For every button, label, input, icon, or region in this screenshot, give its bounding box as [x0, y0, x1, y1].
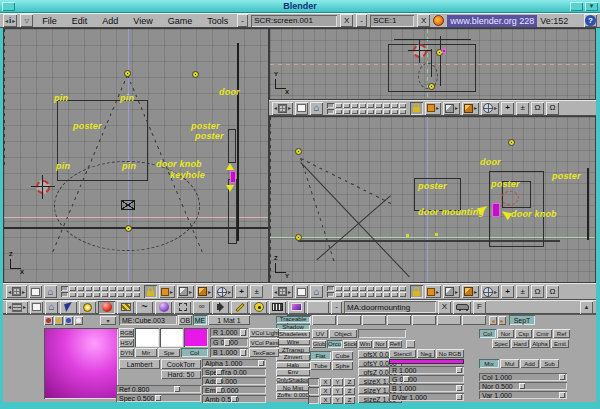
wall-diagonal-line-2[interactable] — [316, 195, 391, 260]
sphe-proj-button[interactable]: Sphe — [332, 361, 353, 370]
flag-onlyshadow[interactable]: OnlyShadow — [276, 377, 310, 384]
viewport-type-dropdown[interactable]: ◂▸ — [6, 285, 27, 298]
flag-shadeless[interactable]: Shadeless — [276, 331, 310, 338]
cube-proj-button[interactable]: Cube — [332, 351, 353, 360]
diffuse-color-swatch[interactable] — [184, 328, 208, 347]
axis-x-button[interactable]: X — [320, 387, 331, 395]
auto-name-button[interactable] — [453, 301, 471, 314]
shading-dropdown[interactable]: ▸ — [177, 285, 194, 298]
fullscreen-button[interactable] — [29, 285, 42, 298]
ob-link-button[interactable]: OB — [178, 315, 192, 325]
layer-button[interactable] — [383, 286, 390, 291]
menu-edit[interactable]: Edit — [66, 16, 94, 26]
lamp-buttons-tab[interactable] — [79, 301, 96, 314]
scene-name-field[interactable]: SCE:1 — [370, 15, 414, 27]
norgb-toggle[interactable]: No RGB — [436, 349, 464, 358]
spectra-slider[interactable]: SpecTra 0.00 — [202, 368, 266, 376]
layer-button[interactable] — [343, 286, 350, 291]
texture-color-swatch[interactable] — [389, 359, 464, 364]
3d-cursor-arc[interactable] — [501, 191, 519, 205]
layer-button[interactable] — [335, 286, 342, 291]
tex-g-slider[interactable]: G 0.000 — [389, 375, 464, 383]
layer-button[interactable] — [351, 109, 358, 114]
layer-button[interactable] — [101, 286, 108, 291]
flag-ztransp[interactable]: ZTransp — [276, 346, 310, 353]
size-button[interactable]: ± — [516, 102, 529, 115]
tex-r-slider[interactable]: R 1.000 — [389, 366, 464, 374]
door-top-line[interactable] — [440, 36, 441, 86]
lamp-empty-3[interactable] — [508, 139, 515, 146]
screen-delete-button[interactable]: X — [340, 14, 353, 27]
lamp-empty-1[interactable] — [295, 148, 302, 155]
diffuse-shader-dropdown[interactable]: Lambert — [119, 359, 160, 369]
pivot-dropdown[interactable]: ▸ — [481, 102, 499, 115]
size-button[interactable]: ± — [516, 285, 529, 298]
spec-shader-dropdown[interactable]: CookTorr — [161, 359, 201, 369]
home-button[interactable]: ⌂ — [45, 301, 58, 314]
layer-button[interactable] — [77, 292, 84, 297]
vertex-dot[interactable] — [435, 233, 438, 236]
axis-none-button[interactable] — [308, 396, 319, 404]
layer-button[interactable] — [101, 292, 108, 297]
preview-type-button[interactable] — [64, 316, 73, 325]
axis-z-button[interactable]: Z — [344, 396, 355, 404]
sequencer-buttons-tab[interactable] — [269, 301, 286, 314]
layer-button[interactable] — [375, 292, 382, 297]
layer-button[interactable] — [335, 292, 342, 297]
pivot-dropdown[interactable]: ▸ — [215, 285, 233, 298]
emit-slider[interactable]: Emit 0.000 — [202, 386, 266, 394]
door-mounting-selected-object[interactable] — [492, 203, 500, 217]
screen-browse-button[interactable]: - — [237, 14, 248, 27]
blend-add-button[interactable]: Add — [520, 359, 539, 368]
layer-button[interactable] — [367, 286, 374, 291]
layer-button[interactable] — [69, 292, 76, 297]
layer-button[interactable] — [327, 109, 334, 114]
browse-dropdown[interactable]: ▾ — [100, 316, 116, 325]
layer-button[interactable] — [351, 286, 358, 291]
texture-slot-button[interactable] — [337, 315, 361, 325]
world-buttons-tab[interactable] — [155, 301, 172, 314]
slot-prev-button[interactable]: ◂ — [489, 316, 497, 325]
layer-lock-button[interactable] — [144, 285, 157, 298]
constraint-buttons-tab[interactable]: ∞ — [193, 301, 210, 314]
mirror-color-swatch[interactable] — [135, 328, 159, 347]
layer-button[interactable] — [125, 292, 132, 297]
menu-collapse-button[interactable]: ▽ — [20, 14, 33, 27]
layer-button[interactable] — [61, 286, 68, 291]
tex-b-slider[interactable]: B 1.000 — [389, 384, 464, 392]
layer-button[interactable] — [375, 109, 382, 114]
viewport-type-dropdown[interactable]: ◂▸ — [272, 285, 293, 298]
lamp-empty-3[interactable] — [125, 225, 132, 232]
mapto-cmir-button[interactable]: Cmir — [533, 329, 552, 338]
pane-collapse-button[interactable]: ▲ — [580, 301, 593, 314]
layer-button[interactable] — [375, 103, 382, 108]
layer-lock-button[interactable] — [410, 102, 423, 115]
mapto-csp-button[interactable]: Csp — [515, 329, 532, 338]
shading-dropdown[interactable]: ▸ — [443, 102, 460, 115]
zoffs-field[interactable]: Zoffs: 0.000 — [276, 392, 310, 399]
col-amount-slider[interactable]: Col 1.000 — [479, 373, 567, 381]
g-slider[interactable]: G 0.000 — [210, 338, 248, 347]
translate-button[interactable]: + — [235, 285, 248, 298]
hardness-field[interactable]: Hard: 50 — [161, 370, 201, 379]
sound-buttons-tab[interactable] — [212, 301, 229, 314]
object-mode-dropdown[interactable]: ▸ — [462, 285, 479, 298]
lamp-empty-2[interactable] — [428, 83, 435, 90]
layer-button[interactable] — [351, 103, 358, 108]
stick-coords-button[interactable]: Stick — [343, 340, 357, 348]
window-type-dropdown[interactable]: ◂ i ▸ — [3, 14, 17, 27]
door-edge-line[interactable] — [237, 43, 239, 241]
translate-button[interactable]: + — [501, 285, 514, 298]
layer-button[interactable] — [399, 109, 406, 114]
translate-button[interactable]: + — [501, 102, 514, 115]
extra-coords-button[interactable] — [406, 340, 415, 348]
refl-coords-button[interactable]: Refl — [388, 340, 402, 348]
layer-button[interactable] — [327, 286, 334, 291]
lamp-empty-2[interactable] — [192, 71, 199, 78]
layer-button[interactable] — [343, 109, 350, 114]
wall-line[interactable] — [394, 39, 471, 40]
object-coords-button[interactable]: Object — [329, 329, 357, 338]
slot-next-button[interactable]: ▸ — [498, 316, 506, 325]
lamp-empty-1[interactable] — [124, 70, 131, 77]
layer-button[interactable] — [343, 292, 350, 297]
